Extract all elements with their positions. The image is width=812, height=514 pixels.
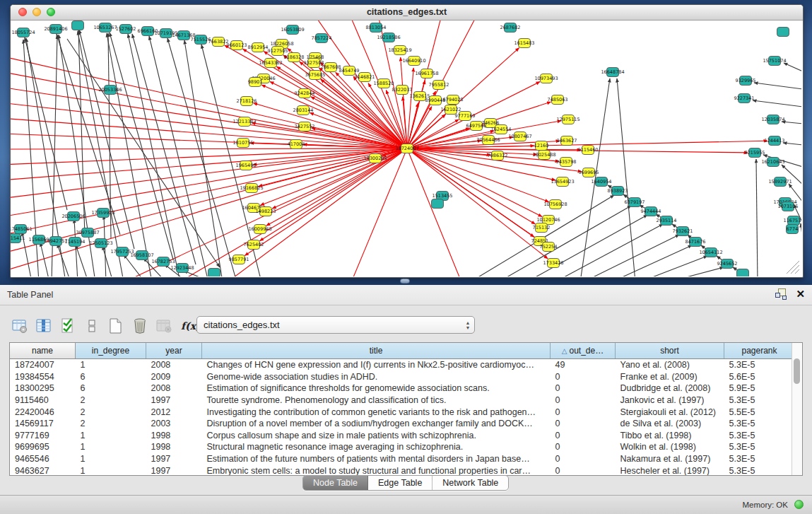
citation-edge-red[interactable] — [11, 148, 407, 272]
citation-edge-red[interactable] — [407, 148, 535, 224]
table-cell[interactable]: 1 — [76, 359, 146, 371]
graph-node-teal[interactable] — [737, 269, 749, 277]
citation-edge-black[interactable] — [25, 37, 67, 210]
graph-node-yellow[interactable]: 98901 — [248, 78, 263, 87]
table-cell[interactable]: 5.3E-5 — [724, 359, 795, 371]
table-cell[interactable]: Changes of HCN gene expression and I(f) … — [202, 359, 551, 371]
table-cell[interactable]: de Silva et al. (2003) — [616, 418, 724, 430]
graph-node-teal[interactable]: 19218586 — [377, 33, 400, 42]
graph-node-yellow[interactable]: 2867608 — [321, 63, 341, 72]
graph-node-yellow[interactable]: 10025488 — [532, 151, 555, 160]
table-cell[interactable]: 14569117 — [10, 418, 76, 430]
table-cell[interactable]: 9699695 — [10, 441, 76, 453]
table-cell[interactable]: 5.3E-5 — [724, 395, 795, 407]
table-cell[interactable]: 2003 — [146, 418, 202, 430]
table-cell[interactable]: 5.3E-5 — [724, 453, 795, 465]
graph-node-yellow[interactable]: 2718126 — [237, 97, 257, 106]
table-cell[interactable]: Wolkin et al. (1998) — [616, 441, 724, 453]
window-resize-grip[interactable] — [791, 265, 799, 274]
graph-node-teal[interactable] — [777, 28, 789, 37]
network-canvas[interactable]: 1805572420891406106532671527602696616010… — [11, 21, 801, 276]
graph-node-teal[interactable]: 2935114 — [657, 216, 677, 226]
graph-node-teal[interactable]: 8215955 — [745, 148, 765, 158]
table-row[interactable]: 946362711997Embryonic stem cells: a mode… — [10, 465, 803, 476]
table-settings-icon[interactable] — [10, 316, 30, 336]
graph-node-teal[interactable] — [208, 269, 220, 277]
graph-node-teal[interactable]: 12923448 — [170, 264, 194, 273]
citation-edge-red[interactable] — [11, 148, 407, 235]
table-cell[interactable]: Corpus callosum shape and size in male p… — [202, 430, 551, 442]
citation-edge-black[interactable] — [756, 159, 758, 276]
table-cell[interactable]: 0 — [551, 406, 616, 418]
column-header-out_de…[interactable]: △out_de… — [551, 343, 616, 359]
graph-node-yellow[interactable]: 18325419 — [388, 46, 411, 55]
graph-node-teal[interactable]: 12505123 — [89, 239, 112, 248]
citation-edge-red[interactable] — [11, 148, 407, 165]
graph-node-teal[interactable]: 20206506 — [61, 212, 85, 221]
citation-edge-black[interactable] — [498, 206, 631, 276]
delete-column-trash-icon[interactable] — [130, 316, 150, 336]
graph-node-teal[interactable]: 18055724 — [11, 28, 35, 37]
table-cell[interactable]: 0 — [551, 453, 616, 465]
table-cell[interactable]: Investigating the contribution of common… — [202, 406, 551, 418]
graph-node-teal[interactable]: 9227341 — [734, 94, 755, 103]
column-header-pagerank[interactable]: pagerank — [724, 343, 795, 359]
tab-node-table[interactable]: Node Table — [303, 476, 368, 490]
table-row[interactable]: 1938455462009Genome-wide association stu… — [10, 371, 803, 383]
window-resize-grip[interactable] — [795, 269, 799, 274]
citation-edge-red[interactable] — [407, 115, 446, 148]
table-cell[interactable]: 1997 — [146, 453, 202, 465]
graph-node-yellow[interactable]: 9242844 — [295, 89, 315, 98]
graph-node-yellow[interactable]: 7625402 — [244, 240, 264, 250]
table-cell[interactable]: 2008 — [146, 359, 202, 371]
graph-node-teal[interactable]: 9474444 — [641, 207, 661, 216]
citation-edge-black[interactable] — [128, 34, 180, 276]
graph-node-yellow[interactable]: 16640910 — [402, 57, 425, 66]
table-cell[interactable]: 9465546 — [10, 453, 76, 465]
graph-node-teal[interactable]: 2687682 — [500, 23, 521, 33]
table-cell[interactable]: Genome-wide association studies in ADHD. — [202, 371, 551, 383]
column-header-name[interactable]: name — [10, 343, 76, 359]
graph-node-yellow[interactable]: 19166825 — [240, 184, 263, 193]
citation-edge-black[interactable] — [149, 36, 208, 276]
graph-node-yellow[interactable]: 1615483 — [514, 39, 535, 48]
table-cell[interactable]: 1 — [76, 430, 146, 442]
graph-node-teal[interactable]: 7857224 — [312, 34, 332, 43]
graph-node-yellow[interactable]: 20564486 — [476, 136, 500, 145]
table-cell[interactable]: 18724007 — [10, 359, 76, 371]
table-cell[interactable]: 2 — [76, 418, 146, 430]
network-graph[interactable]: 1805572420891406106532671527602696616010… — [11, 21, 801, 276]
graph-node-yellow[interactable]: 1733426 — [543, 259, 564, 268]
graph-node-yellow[interactable]: 7485063 — [548, 95, 568, 105]
graph-node-teal[interactable]: 9329965 — [736, 76, 756, 86]
graph-node-teal[interactable]: 8813054 — [366, 23, 387, 33]
graph-node-yellow[interactable]: 9435798 — [556, 158, 577, 167]
scrollbar-thumb[interactable] — [794, 358, 800, 384]
graph-node-yellow[interactable]: 16543362 — [259, 59, 282, 68]
citation-edge-black[interactable] — [611, 245, 692, 276]
table-cell[interactable]: 5.6E-5 — [724, 371, 795, 383]
new-table-icon[interactable] — [106, 316, 126, 336]
graph-node-teal[interactable]: 30975887 — [76, 228, 99, 238]
graph-node-teal[interactable]: 3915411 — [11, 234, 25, 243]
select-all-rows-icon[interactable] — [58, 316, 78, 336]
citation-edge-red[interactable] — [407, 148, 548, 259]
graph-node-yellow[interactable]: 16961758 — [415, 69, 438, 78]
table-cell[interactable]: 9463627 — [10, 465, 76, 476]
graph-node-teal[interactable]: 1244413 — [765, 136, 785, 146]
table-cell[interactable]: 0 — [551, 382, 616, 395]
table-cell[interactable]: Estimation of the future numbers of pati… — [202, 453, 551, 465]
citation-edge-black[interactable] — [754, 83, 801, 89]
graph-node-teal[interactable]: 8471676 — [686, 238, 706, 247]
table-cell[interactable]: 1 — [76, 465, 146, 476]
graph-node-yellow[interactable]: 3427552 — [295, 122, 315, 132]
table-cell[interactable]: 5.3E-5 — [724, 430, 795, 442]
graph-node-teal[interactable]: 15892971 — [768, 177, 792, 187]
column-header-year[interactable]: year — [146, 343, 202, 359]
table-cell[interactable]: 18300295 — [10, 382, 76, 395]
table-cell[interactable]: 5.5E-5 — [724, 406, 795, 418]
column-header-title[interactable]: title — [202, 343, 551, 359]
graph-node-teal[interactable]: 12035874 — [761, 115, 784, 124]
table-row[interactable]: 977716911998Corpus callosum shape and si… — [10, 430, 803, 442]
table-row[interactable]: 1830029562008Estimation of significance … — [10, 382, 803, 395]
